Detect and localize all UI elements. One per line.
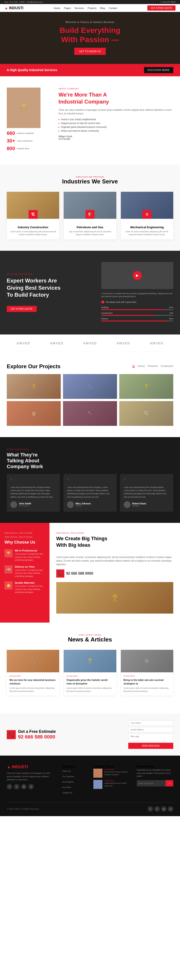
contact-email-input[interactable] — [128, 727, 173, 732]
industries-header: SERVICES WE PROVIDE Industries We Serve — [7, 176, 173, 185]
contact-message-input[interactable] — [128, 734, 173, 741]
video-play-box[interactable]: ▶ — [101, 262, 173, 289]
project-item-2[interactable]: 🔧 — [63, 374, 117, 399]
testi-avatar-3 — [124, 501, 131, 508]
why-item-title-2: Delivery on Time — [15, 565, 45, 568]
testimonials-tag: EXTRA SOLUTIONS — [7, 449, 173, 450]
nav-pages[interactable]: Pages — [64, 7, 71, 10]
nav-projects[interactable]: Projects — [88, 7, 97, 10]
nav-home[interactable]: Home — [54, 7, 60, 10]
news-excerpt-1: Lorem ipsum dolor sit amet consectetur a… — [10, 687, 56, 693]
footer-news-title-2[interactable]: Organically grow the holistic world view — [104, 782, 130, 788]
testi-name-3: Robert Davis — [132, 503, 146, 505]
nav-blog[interactable]: Blog — [100, 7, 105, 10]
red-banner: A High Quality Industrial Services DISCO… — [0, 64, 180, 76]
newsletter-email-input[interactable] — [137, 780, 166, 786]
why-icon-2: 🚚 — [5, 565, 13, 573]
news-section: OUR LATEST NEWS News & Articles 🔧 22 Jun… — [0, 622, 180, 713]
project-tab-factory[interactable]: Factory — [137, 365, 145, 368]
social-facebook[interactable]: f — [7, 784, 12, 789]
brand-1: AMVED — [17, 342, 30, 345]
services-section: WHAT WE ARE OFFER Expert Workers Are Giv… — [0, 251, 180, 334]
news-title-3[interactable]: Bring to the table win-win survival stra… — [124, 678, 170, 686]
projects-header: Explore Our Projects All Factory Petrole… — [7, 363, 173, 369]
project-item-4[interactable]: 📋 — [7, 401, 61, 426]
quote-icon-1: " — [10, 477, 56, 484]
newsletter-submit-button[interactable]: → — [166, 780, 173, 786]
social-twitter[interactable]: t — [14, 784, 19, 789]
project-tab-construction[interactable]: Construction — [161, 365, 173, 368]
footer-social-in[interactable]: in — [161, 806, 167, 811]
why-item-desc-1: Lorem ipsum is simply free text used by … — [15, 552, 45, 562]
contact-form: SEND MESSAGE — [128, 720, 173, 749]
project-item-5[interactable]: ⛏ — [63, 401, 117, 426]
quote-icon-3: " — [124, 477, 170, 484]
why-item-title-1: We're Professional — [15, 549, 45, 552]
footer-social-fb[interactable]: f — [148, 806, 153, 811]
testi-text-3: I was very impressed by the company belo… — [124, 486, 170, 499]
contact-heading: Get a Free Estimate — [18, 729, 56, 734]
news-title-1[interactable]: We are best for any industrial business … — [10, 678, 56, 686]
services-tag: WHAT WE ARE OFFER — [7, 273, 94, 275]
projects-section: Explore Our Projects All Factory Petrole… — [0, 352, 180, 437]
about-tag: ABOUT COMPANY — [59, 88, 173, 90]
why-right-tag: INDIVIDUAL SOLUTIONS — [56, 532, 173, 534]
project-item-3[interactable]: 👷 — [119, 374, 173, 399]
progress-fill-construction — [101, 315, 155, 316]
industry-icon-1: 🏗 — [29, 210, 38, 219]
footer-news-col: Latest News 22 June 2023 We are best for… — [93, 765, 130, 795]
news-card-2: 👷 18 June 2023 Organically grow the holi… — [64, 650, 116, 695]
progress-construction: Construction 74% — [101, 312, 173, 316]
testi-avatar-2 — [67, 501, 74, 508]
testi-name-2: Mary Johnson — [76, 503, 91, 505]
footer-social-li[interactable]: li — [168, 806, 173, 811]
nav-services[interactable]: Services — [75, 7, 84, 10]
about-main-image: 👷 — [7, 88, 40, 128]
footer-link-about[interactable]: About Us — [62, 770, 71, 772]
industry-body-1: Industry Construction Lorem dolor sit am… — [7, 219, 59, 240]
industry-image-2: ⛽ — [64, 192, 116, 219]
social-instagram[interactable]: in — [21, 784, 27, 789]
services-cta-button[interactable]: GET A FREE QUOTE — [7, 306, 37, 312]
footer-link-services[interactable]: Our Services — [62, 775, 74, 778]
contact-name-input[interactable] — [128, 720, 173, 725]
testimonials-section: EXTRA SOLUTIONS What They're Talking Abo… — [0, 437, 180, 523]
footer-grid: ▲ INDUSTI There are many variations of p… — [7, 765, 173, 795]
testimonials-heading: What They're Talking About Company Work — [7, 452, 173, 469]
red-banner-text: A High Quality Industrial Services — [7, 68, 57, 72]
brands-section: AMVED AMVED AMVED AMVED AMVED — [0, 334, 180, 352]
project-tab-petroleum[interactable]: Petroleum — [148, 365, 158, 368]
footer-link-team[interactable]: Our Team — [62, 786, 71, 789]
hero-section: Welcome to Factory & Industry Business B… — [0, 12, 180, 64]
footer-newsletter-col: Newsletter Subscribe to our newsletter t… — [137, 765, 174, 795]
why-left-panel: INDIVIDUAL SOLUTIONS INDIVIDUAL SOLUTION… — [0, 523, 49, 622]
news-date-3: 15 June 2023 — [124, 675, 170, 677]
footer-link-contact[interactable]: Contact Us — [62, 792, 72, 794]
project-tab-all[interactable]: All — [132, 365, 135, 368]
nav-cta-button[interactable]: GET A FREE QUOTE — [147, 5, 175, 11]
why-tag-text: INDIVIDUAL SOLUTIONS — [5, 536, 45, 538]
project-item-6[interactable]: 🏗 — [119, 401, 173, 426]
social-linkedin[interactable]: li — [28, 784, 34, 789]
industry-title-3: Mechanical Engineering — [124, 226, 170, 229]
news-date-1: 22 June 2023 — [10, 675, 56, 677]
footer-bottom: © 2023 Industi. All Rights Reserved. f t… — [7, 802, 173, 811]
projects-heading: Explore Our Projects — [7, 363, 61, 369]
red-banner-btn[interactable]: DISCOVER MORE — [144, 67, 173, 73]
footer-news-title-1[interactable]: We are best for any industrial business … — [104, 771, 130, 776]
play-button[interactable]: ▶ — [133, 271, 142, 280]
quote-icon-2: " — [67, 477, 113, 484]
footer-about-col: ▲ INDUSTI There are many variations of p… — [7, 765, 56, 795]
industries-heading: Industries We Serve — [7, 178, 173, 185]
services-right: ▶ Lorem ipsum is simply free text used b… — [101, 262, 173, 323]
hero-cta-button[interactable]: GET TO KNOW US — [74, 48, 106, 55]
news-title-2[interactable]: Organically grow the holistic world view… — [66, 678, 113, 686]
footer-link-projects[interactable]: Our Projects — [62, 781, 73, 783]
project-item-1[interactable]: 👷 — [7, 374, 61, 399]
nav-contact[interactable]: Contact — [109, 7, 117, 10]
contact-send-button[interactable]: SEND MESSAGE — [128, 743, 173, 749]
news-grid: 🔧 22 June 2023 We are best for any indus… — [7, 650, 173, 695]
progress-section: Building 87% Construction 74% Factory — [101, 306, 173, 321]
stat-done: 800 Projects done — [7, 146, 52, 151]
footer-social-tw[interactable]: t — [155, 806, 160, 811]
